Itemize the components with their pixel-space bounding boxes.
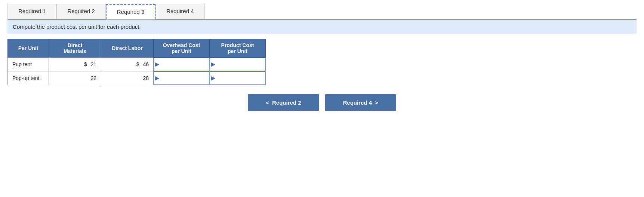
tab-required1[interactable]: Required 1 [7,4,56,19]
data-table: Per Unit DirectMaterials Direct Labor Ov… [7,39,266,85]
tabs-row: Required 1 Required 2 Required 3 Require… [7,4,637,20]
cell-pup-tent-label: Pup tent [8,58,49,71]
input-pup-tent-product-cost[interactable] [216,58,265,71]
cell-popup-tent-overhead[interactable]: ▶ [154,71,210,85]
cell-pup-tent-direct-labor: $ 46 [101,58,154,71]
prev-button[interactable]: < Required 2 [248,94,319,111]
nav-buttons: < Required 2 Required 4 > [7,94,637,111]
tab-required2[interactable]: Required 2 [56,4,105,19]
input-popup-tent-product-cost[interactable] [216,72,265,84]
cell-pup-tent-direct-materials: $ 21 [49,58,101,71]
prev-label: Required 2 [272,99,301,106]
tab-required4[interactable]: Required 4 [155,4,204,19]
input-popup-tent-overhead[interactable] [160,72,209,84]
header-direct-materials: DirectMaterials [49,39,101,58]
header-per-unit: Per Unit [8,39,49,58]
next-label: Required 4 [343,99,372,106]
dollar-sign-pup-tent-dl: $ [136,61,139,67]
arrow-icon-pup-tent-product: ▶ [210,61,216,67]
header-product-cost: Product Costper Unit [210,39,266,58]
header-direct-labor: Direct Labor [101,39,154,58]
table-header-row: Per Unit DirectMaterials Direct Labor Ov… [8,39,266,58]
dollar-sign-pup-tent-dm: $ [84,61,87,67]
arrow-icon-popup-tent-product: ▶ [210,75,216,81]
cell-popup-tent-direct-materials: 22 [49,71,101,85]
prev-icon: < [266,99,269,106]
cell-popup-tent-product-cost[interactable]: ▶ [210,71,266,85]
arrow-icon-pup-tent-overhead: ▶ [154,61,160,67]
instruction-bar: Compute the product cost per unit for ea… [7,20,637,34]
arrow-icon-popup-tent-overhead: ▶ [154,75,160,81]
cell-pup-tent-product-cost[interactable]: ▶ [210,58,266,71]
tab-required3[interactable]: Required 3 [106,4,155,19]
cell-popup-tent-direct-labor: 28 [101,71,154,85]
header-overhead-cost: Overhead Costper Unit [154,39,210,58]
input-pup-tent-overhead[interactable] [160,58,209,71]
next-button[interactable]: Required 4 > [325,94,396,111]
page-wrapper: Required 1 Required 2 Required 3 Require… [0,0,644,118]
cell-popup-tent-label: Pop-up tent [8,71,49,85]
cell-pup-tent-overhead[interactable]: ▶ [154,58,210,71]
next-icon: > [375,99,378,106]
table-row-pup-tent: Pup tent $ 21 $ 46 ▶ [8,58,266,71]
table-row-popup-tent: Pop-up tent 22 28 ▶ ▶ [8,71,266,85]
